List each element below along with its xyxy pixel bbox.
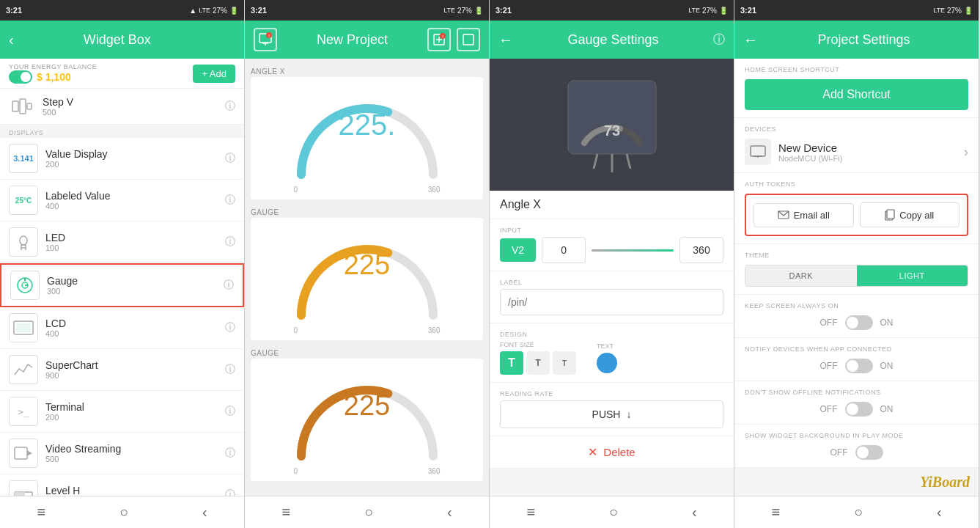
v2-button[interactable]: V2: [500, 238, 536, 262]
status-bar-4: 3:21 LTE 27% 🔋: [734, 0, 979, 21]
nav-menu-icon-4[interactable]: ≡: [771, 504, 780, 521]
push-button[interactable]: PUSH ↓: [500, 400, 723, 428]
gauge-cost: 300: [47, 287, 78, 296]
led-info[interactable]: ⓘ: [225, 235, 235, 249]
level-h-item[interactable]: Level H 200 ⓘ: [0, 474, 244, 496]
widget-box-header: ‹ Widget Box: [0, 21, 244, 59]
text-color-dot[interactable]: [597, 353, 617, 373]
label-section-title: LABEL: [500, 279, 723, 286]
nav-back-icon-4[interactable]: ‹: [937, 504, 942, 521]
widget-box-title: Widget Box: [14, 32, 221, 48]
project-icon-btn[interactable]: !: [254, 28, 277, 51]
keep-screen-off-label: OFF: [820, 318, 838, 328]
svg-rect-16: [15, 492, 25, 496]
nav-home-icon-4[interactable]: ○: [854, 504, 863, 521]
add-energy-button[interactable]: + Add: [193, 65, 235, 83]
nav-home-icon-2[interactable]: ○: [364, 504, 373, 521]
lcd-info[interactable]: ⓘ: [225, 321, 235, 334]
font-size-medium[interactable]: T: [526, 351, 550, 375]
video-streaming-cost: 500: [45, 455, 121, 463]
widget-bg-toggle[interactable]: [855, 445, 883, 460]
nav-back-icon-1[interactable]: ‹: [202, 504, 207, 521]
status-icons-3: LTE 27% 🔋: [688, 7, 728, 15]
font-size-label: FONT SIZE: [500, 341, 576, 348]
gauge-item[interactable]: Gauge 300 ⓘ: [0, 263, 244, 307]
add-widget-btn[interactable]: !: [427, 28, 451, 51]
device-info: New Device NodeMCU (Wi-Fi): [778, 142, 842, 163]
superchart-item[interactable]: SuperChart 900 ⓘ: [0, 349, 244, 391]
nav-bar-1: ≡ ○ ‹: [0, 496, 244, 528]
time-1: 3:21: [6, 6, 22, 15]
svg-line-30: [594, 154, 597, 169]
lcd-item[interactable]: LCD 400 ⓘ: [0, 307, 244, 349]
font-size-large[interactable]: T: [500, 351, 523, 375]
gauge-card-2[interactable]: 225 0 360: [251, 218, 483, 340]
input-row: V2: [500, 237, 723, 263]
label-input[interactable]: [500, 289, 723, 315]
status-icons-4: LTE 27% 🔋: [933, 7, 973, 15]
gauge-card-1[interactable]: 225. 0 360: [251, 77, 483, 199]
light-theme-button[interactable]: LIGHT: [857, 265, 968, 286]
email-all-button[interactable]: Email all: [754, 203, 854, 227]
angle-x-title: Angle X: [500, 198, 723, 211]
gauge-info[interactable]: ⓘ: [224, 279, 234, 292]
nav-menu-icon-2[interactable]: ≡: [281, 504, 290, 521]
value-display-item[interactable]: 3.141 Value Display 200 ⓘ: [0, 138, 244, 180]
copy-all-button[interactable]: Copy all: [860, 202, 960, 227]
keep-screen-toggle-row: OFF ON: [745, 315, 968, 330]
nav-menu-icon-3[interactable]: ≡: [526, 504, 535, 521]
terminal-info[interactable]: ⓘ: [225, 405, 235, 418]
offline-toggle-row: OFF ON: [745, 402, 968, 417]
range-min-input[interactable]: [542, 237, 586, 263]
gauge-scale-1: 0 360: [294, 186, 441, 194]
video-streaming-icon: [9, 439, 38, 468]
step-v-name: Step V: [43, 96, 73, 108]
energy-toggle[interactable]: [9, 70, 32, 84]
value-display-info[interactable]: ⓘ: [225, 152, 235, 165]
gauge-settings-content: 73 Angle X INPUT V2 LABEL: [490, 59, 734, 496]
notify-toggle[interactable]: [845, 359, 873, 373]
back-arrow-3[interactable]: ←: [498, 32, 513, 48]
input-section: INPUT V2: [490, 219, 734, 271]
device-row[interactable]: New Device NodeMCU (Wi-Fi) ›: [745, 139, 968, 165]
range-max-input[interactable]: [679, 237, 723, 263]
project-settings-content: HOME SCREEN SHORTCUT Add Shortcut DEVICE…: [734, 59, 979, 496]
svg-rect-12: [16, 323, 31, 332]
delete-label: Delete: [603, 446, 635, 458]
nav-home-icon-1[interactable]: ○: [119, 504, 128, 521]
terminal-item[interactable]: >_ Terminal 200 ⓘ: [0, 391, 244, 433]
delete-button[interactable]: ✕ Delete: [490, 436, 734, 468]
step-v-info[interactable]: ⓘ: [225, 100, 235, 113]
terminal-icon: >_: [9, 397, 38, 426]
gauge-info-icon[interactable]: ⓘ: [713, 32, 725, 48]
gauge-card-3[interactable]: 225 0 360: [251, 359, 483, 481]
keep-screen-label: KEEP SCREEN ALWAYS ON: [745, 302, 968, 309]
nav-back-icon-3[interactable]: ‹: [692, 504, 697, 521]
device-arrow-icon[interactable]: ›: [964, 144, 968, 160]
fullscreen-btn[interactable]: [457, 28, 480, 51]
dark-theme-button[interactable]: DARK: [745, 265, 857, 286]
svg-rect-0: [12, 101, 18, 111]
superchart-info[interactable]: ⓘ: [225, 363, 235, 376]
offline-toggle[interactable]: [845, 402, 873, 417]
labeled-value-item[interactable]: 25°C Labeled Value 400 ⓘ: [0, 180, 244, 221]
step-v-item[interactable]: Step V 500 ⓘ: [0, 89, 244, 125]
keep-screen-toggle[interactable]: [845, 315, 873, 330]
level-h-info[interactable]: ⓘ: [225, 488, 235, 496]
nav-menu-icon-1[interactable]: ≡: [37, 504, 45, 521]
video-streaming-item[interactable]: Video Streaming 500 ⓘ: [0, 433, 244, 474]
back-arrow-1[interactable]: ‹: [9, 32, 14, 48]
time-3: 3:21: [495, 6, 512, 15]
svg-rect-27: [463, 34, 474, 45]
copy-all-label: Copy all: [899, 210, 934, 221]
add-shortcut-button[interactable]: Add Shortcut: [745, 79, 968, 110]
labeled-value-info[interactable]: ⓘ: [225, 194, 235, 207]
nav-home-icon-3[interactable]: ○: [609, 504, 618, 521]
header-actions: !: [427, 28, 480, 51]
font-size-small[interactable]: T: [553, 351, 576, 375]
led-item[interactable]: LED 100 ⓘ: [0, 221, 244, 263]
value-display-icon: 3.141: [9, 144, 38, 173]
video-streaming-info[interactable]: ⓘ: [225, 447, 235, 460]
nav-back-icon-2[interactable]: ‹: [447, 504, 452, 521]
back-arrow-4[interactable]: ←: [743, 32, 758, 48]
